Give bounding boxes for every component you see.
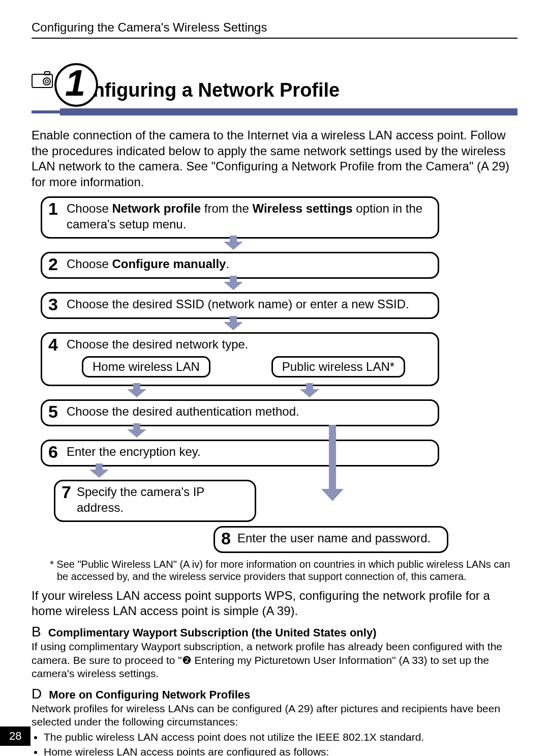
running-header: Configuring the Camera's Wireless Settin… [32, 20, 517, 39]
step-2: 2 Choose Configure manually. [41, 252, 439, 279]
svg-marker-9 [127, 423, 146, 438]
step-text: Enter the encryption key. [67, 444, 430, 460]
step-text: Choose the desired SSID (network name) o… [67, 297, 430, 312]
intro-paragraph: Enable connection of the camera to the I… [32, 128, 517, 190]
step-number: 8 [221, 529, 231, 548]
arrow-down-icon [224, 236, 242, 250]
svg-marker-5 [224, 276, 243, 290]
running-header-text: Configuring the Camera's Wireless Settin… [32, 20, 267, 34]
arrow-down-icon [300, 383, 318, 397]
step-text: Specify the camera's IP address. [77, 484, 247, 515]
step-text: Enter the user name and password. [237, 531, 439, 546]
arrow-down-icon [127, 423, 145, 438]
step-number: 1 [48, 199, 58, 219]
list-item: Home wireless LAN access points are conf… [44, 745, 517, 756]
arrow-down-icon [127, 383, 145, 397]
section-title-block: 1 Configuring a Network Profile [32, 56, 517, 115]
step-text: Choose Configure manually. [67, 256, 430, 272]
page: Configuring the Camera's Wireless Settin… [0, 0, 549, 756]
svg-marker-7 [127, 383, 146, 397]
step-number: 7 [62, 482, 71, 502]
section-circle-number: 1 [54, 63, 98, 107]
svg-marker-10 [89, 463, 109, 478]
steps-container: 1 Choose Network profile from the Wirele… [41, 196, 517, 554]
section-title: Configuring a Network Profile [32, 56, 517, 101]
svg-rect-0 [32, 74, 52, 88]
note-b-body: If using complimentary Wayport subscript… [32, 640, 517, 680]
step-text: Choose the desired network type. [67, 337, 430, 353]
note-b-heading: B Complimentary Wayport Subscription (th… [32, 624, 517, 640]
note-d-bullets: The public wireless LAN access point doe… [32, 730, 517, 756]
footnote: * See "Public Wireless LAN" (A iv) for m… [42, 558, 517, 583]
svg-marker-4 [224, 236, 243, 250]
step-1: 1 Choose Network profile from the Wirele… [41, 196, 439, 239]
step-number: 2 [48, 254, 58, 274]
svg-marker-6 [224, 316, 243, 330]
option-public-wlan: Public wireless LAN* [271, 356, 405, 377]
svg-point-3 [45, 80, 48, 83]
long-arrow-down-icon [321, 425, 344, 503]
step-8: 8 Enter the user name and password. [214, 526, 448, 553]
note-title: Complimentary Wayport Subscription (the … [48, 626, 377, 639]
option-home-wlan: Home wireless LAN [82, 356, 210, 377]
step-number: 4 [48, 335, 58, 355]
step-text: Choose Network profile from the Wireless… [67, 201, 430, 232]
camera-icon [32, 71, 53, 89]
title-underline [32, 108, 517, 115]
svg-rect-1 [45, 72, 50, 75]
step-4: 4 Choose the desired network type. Home … [41, 332, 439, 387]
arrow-down-icon [89, 463, 108, 478]
arrow-down-icon [224, 276, 242, 290]
page-number: 28 [0, 726, 30, 746]
list-item: The public wireless LAN access point doe… [44, 730, 517, 744]
step-7: 7 Specify the camera's IP address. [54, 480, 256, 522]
svg-marker-12 [321, 489, 344, 501]
step-number: 3 [48, 295, 58, 314]
arrow-down-icon [224, 316, 242, 330]
svg-point-2 [43, 78, 50, 85]
network-type-options: Home wireless LAN Public wireless LAN* [82, 356, 430, 377]
step-number: 6 [48, 442, 58, 462]
svg-rect-11 [329, 425, 336, 489]
step-text: Choose the desired authentication method… [67, 404, 430, 420]
step-5: 5 Choose the desired authentication meth… [41, 399, 439, 426]
body-paragraph: If your wireless LAN access point suppor… [32, 588, 517, 619]
note-d-heading: D More on Configuring Network Profiles [32, 686, 517, 702]
step-3: 3 Choose the desired SSID (network name)… [41, 292, 439, 319]
note-title: More on Configuring Network Profiles [49, 688, 250, 702]
note-symbol: B [32, 624, 41, 640]
svg-marker-8 [300, 383, 319, 397]
section-number-text: 1 [65, 65, 85, 101]
step-6: 6 Enter the encryption key. [41, 440, 439, 467]
note-symbol: D [32, 686, 42, 702]
note-d-intro: Network profiles for wireless LANs can b… [32, 702, 517, 729]
step-number: 5 [48, 402, 58, 422]
